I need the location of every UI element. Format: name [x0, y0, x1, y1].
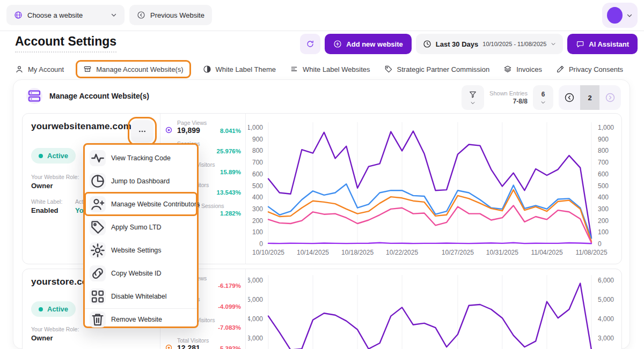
svg-text:3,000: 3,000: [598, 335, 614, 342]
menu-item-remove-website[interactable]: Remove Website: [85, 309, 197, 329]
svg-text:800: 800: [252, 147, 263, 154]
status-dot-icon: [39, 154, 43, 158]
svg-text:0: 0: [259, 240, 263, 248]
stat-percent: -4.099%: [218, 302, 241, 311]
svg-text:4,000: 4,000: [248, 315, 263, 323]
choose-website-dropdown[interactable]: Choose a website: [6, 5, 125, 25]
menu-item-view-tracking-code[interactable]: View Tracking Code: [85, 146, 197, 169]
previous-website-button[interactable]: Previous Website: [129, 5, 212, 25]
menu-item-website-settings[interactable]: Website Settings: [85, 239, 197, 262]
tab-white-label-websites[interactable]: White Label Websites: [290, 65, 370, 73]
settings-tabs: My AccountManage Account Website(s)White…: [15, 59, 623, 79]
shown-entries-label: Shown Entries: [489, 90, 528, 98]
add-new-website-label: Add new website: [346, 40, 402, 48]
stat-label: Total Visitors: [177, 337, 241, 344]
svg-text:6,000: 6,000: [598, 277, 614, 284]
clock-icon: [423, 40, 431, 48]
link-icon: [90, 265, 106, 281]
next-page-button[interactable]: [599, 85, 621, 110]
menu-item-apply-sumo-ltd[interactable]: Apply Sumo LTD: [85, 216, 197, 239]
gear-icon: [90, 242, 106, 258]
dots-icon: [138, 127, 147, 136]
svg-text:200: 200: [252, 217, 263, 225]
topbar: Choose a website Previous Website: [0, 0, 644, 31]
svg-text:10/10/2025: 10/10/2025: [252, 249, 284, 256]
svg-text:10/22/2025: 10/22/2025: [386, 249, 418, 256]
menu-divider: [85, 308, 197, 309]
circle-dot-icon: [165, 126, 173, 134]
arrow-left-circle-icon: [564, 92, 575, 103]
globe-icon: [14, 11, 23, 19]
menu-item-copy-website-id[interactable]: Copy Website ID: [85, 262, 197, 285]
tab-strategic-partner-commission[interactable]: Strategic Partner Commission: [384, 65, 490, 73]
page-size-value: 6: [541, 91, 545, 98]
chevron-down-icon: [551, 41, 556, 47]
arrow-left-circle-icon: [137, 11, 145, 19]
svg-text:900: 900: [252, 136, 263, 143]
chevron-down-icon: [470, 100, 475, 106]
svg-text:500: 500: [252, 182, 263, 190]
add-new-website-button[interactable]: Add new website: [325, 34, 411, 54]
svg-text:10/31/2025: 10/31/2025: [486, 249, 518, 256]
panel-controls: Shown Entries 7-8/8 6 2: [462, 85, 621, 110]
line-chart: 10/10/202510/14/202510/18/202510/22/2025…: [248, 114, 623, 264]
svg-text:6,000: 6,000: [248, 277, 263, 284]
stat-percent: 13.543%: [217, 188, 241, 197]
arrow-right-circle-icon: [605, 92, 616, 103]
stat-value: 12,281: [177, 344, 200, 349]
circle-dot-icon: [165, 344, 173, 349]
user-icon: [15, 65, 24, 73]
status-dot-icon: [39, 307, 43, 311]
chat-icon: [576, 40, 584, 48]
prev-page-button[interactable]: [559, 85, 580, 110]
tab-invoices[interactable]: Invoices: [503, 65, 542, 73]
menu-item-jump-to-dashboard[interactable]: Jump to Dashboard: [85, 169, 197, 192]
chevron-down-icon: [626, 12, 633, 19]
page-size-dropdown[interactable]: 6: [533, 85, 553, 110]
svg-text:11/04/2025: 11/04/2025: [531, 249, 562, 256]
stat-percent: 8.041%: [220, 127, 241, 135]
layers-icon: [503, 65, 512, 73]
tab-privacy-consents[interactable]: Privacy Consents: [556, 65, 623, 73]
svg-text:300: 300: [252, 205, 263, 213]
pen-icon: [556, 65, 565, 73]
ai-assistant-button[interactable]: AI Assistant: [567, 34, 638, 54]
lines-icon: [290, 65, 298, 73]
svg-text:400: 400: [598, 194, 609, 201]
menu-item-disable-whitelabel[interactable]: Disable Whitelabel: [85, 285, 197, 308]
svg-text:200: 200: [598, 217, 609, 225]
avatar: [607, 7, 623, 24]
pie-chart-icon: [90, 173, 106, 189]
traffic-chart: 10/10/202510/14/202510/18/202510/22/2025…: [248, 114, 623, 266]
status-badge: Active: [31, 301, 76, 317]
tab-my-account[interactable]: My Account: [15, 65, 64, 73]
date-range-button[interactable]: Last 30 Days 10/10/2025 - 11/08/2025: [416, 34, 564, 54]
svg-text:400: 400: [252, 194, 263, 201]
tab-manage-account-website-s[interactable]: Manage Account Website(s): [76, 60, 191, 78]
svg-text:10/18/2025: 10/18/2025: [341, 249, 374, 256]
tab-white-label-theme[interactable]: White Label Theme: [203, 65, 276, 73]
website-context-menu: View Tracking CodeJump to DashboardManag…: [83, 143, 199, 328]
current-page: 2: [580, 85, 599, 110]
svg-text:5,000: 5,000: [598, 296, 614, 303]
refresh-button[interactable]: [300, 34, 320, 54]
svg-text:700: 700: [252, 159, 263, 166]
white-label: White Label: Enabled: [31, 198, 62, 214]
previous-website-label: Previous Website: [150, 11, 204, 19]
website-actions-button[interactable]: [131, 120, 153, 143]
shown-entries-value: 7-8/8: [489, 98, 528, 106]
menu-item-manage-website-contributors[interactable]: Manage Website Contributors: [85, 192, 197, 216]
stat-page-views: Page Views19,8998.041%: [165, 119, 241, 140]
stat-total-visitors: Total Visitors12,281-5.392%: [165, 337, 241, 349]
svg-text:10/27/2025: 10/27/2025: [442, 249, 474, 256]
account-settings-page: Choose a website Previous Website Accoun…: [0, 0, 644, 349]
svg-text:0: 0: [598, 240, 602, 248]
stat-label: Page Views: [177, 120, 241, 126]
stat-percent: -5.392%: [218, 344, 241, 349]
pulse-icon: [90, 150, 106, 166]
svg-text:10/14/2025: 10/14/2025: [297, 249, 329, 256]
filter-button[interactable]: [462, 85, 484, 110]
account-menu[interactable]: [602, 3, 638, 28]
svg-text:11/08/2025: 11/08/2025: [575, 249, 607, 256]
svg-text:100: 100: [252, 228, 263, 236]
